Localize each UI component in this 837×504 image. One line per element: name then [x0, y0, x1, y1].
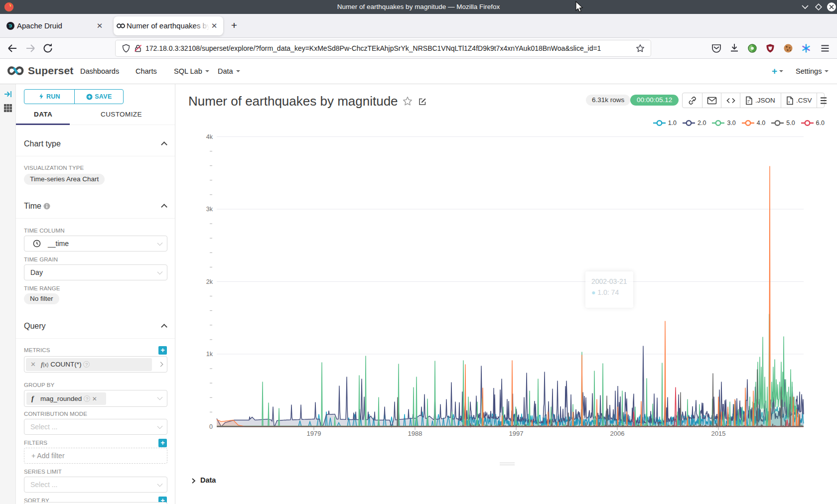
svg-text:1979: 1979 [307, 430, 321, 437]
svg-text:1988: 1988 [408, 430, 422, 437]
svg-text:0: 0 [209, 423, 213, 430]
svg-text:2006: 2006 [610, 430, 625, 437]
svg-text:2015: 2015 [711, 430, 726, 437]
svg-text:4k: 4k [206, 133, 213, 140]
svg-text:1997: 1997 [509, 430, 524, 437]
svg-text:3k: 3k [206, 206, 213, 213]
svg-text:2k: 2k [206, 278, 213, 285]
svg-text:1k: 1k [206, 351, 213, 358]
